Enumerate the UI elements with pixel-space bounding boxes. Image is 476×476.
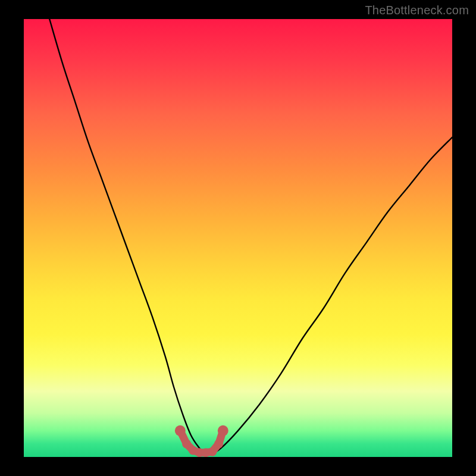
chart-frame: TheBottleneck.com (0, 0, 476, 476)
trough-marker (182, 439, 191, 448)
trough-marker-group (175, 425, 228, 457)
watermark-text: TheBottleneck.com (365, 4, 469, 17)
plot-area (24, 19, 452, 457)
trough-marker (202, 448, 211, 457)
trough-marker (208, 447, 217, 456)
trough-marker (218, 425, 228, 436)
trough-marker (214, 439, 223, 448)
trough-marker (189, 446, 198, 455)
trough-connector (180, 431, 223, 453)
bottleneck-curve (49, 19, 452, 453)
trough-marker (195, 448, 204, 457)
trough-marker (175, 425, 186, 436)
bottleneck-curve-svg (24, 19, 452, 457)
